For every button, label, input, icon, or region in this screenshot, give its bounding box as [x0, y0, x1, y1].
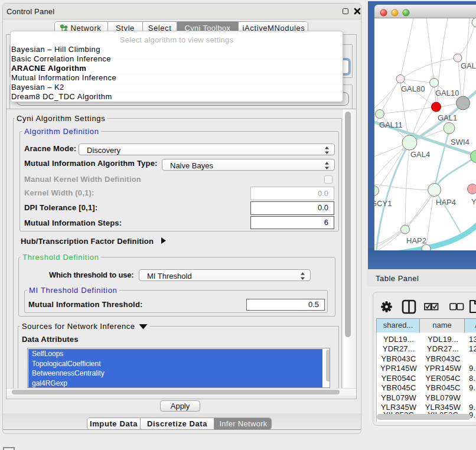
svg-text:GAL7: GAL7 — [461, 61, 476, 70]
svg-text:SWI4: SWI4 — [451, 138, 470, 146]
svg-text:GAL11: GAL11 — [379, 120, 403, 129]
svg-text:YD: YD — [471, 197, 476, 206]
svg-text:HAP2: HAP2 — [406, 236, 426, 245]
svg-text:GAL10: GAL10 — [435, 89, 459, 97]
svg-text:GAL80: GAL80 — [401, 84, 425, 93]
svg-text:GAL4: GAL4 — [410, 150, 430, 159]
svg-text:GAL1: GAL1 — [438, 113, 457, 122]
svg-text:GCY1: GCY1 — [374, 199, 392, 208]
svg-text:HAP4: HAP4 — [436, 198, 456, 207]
